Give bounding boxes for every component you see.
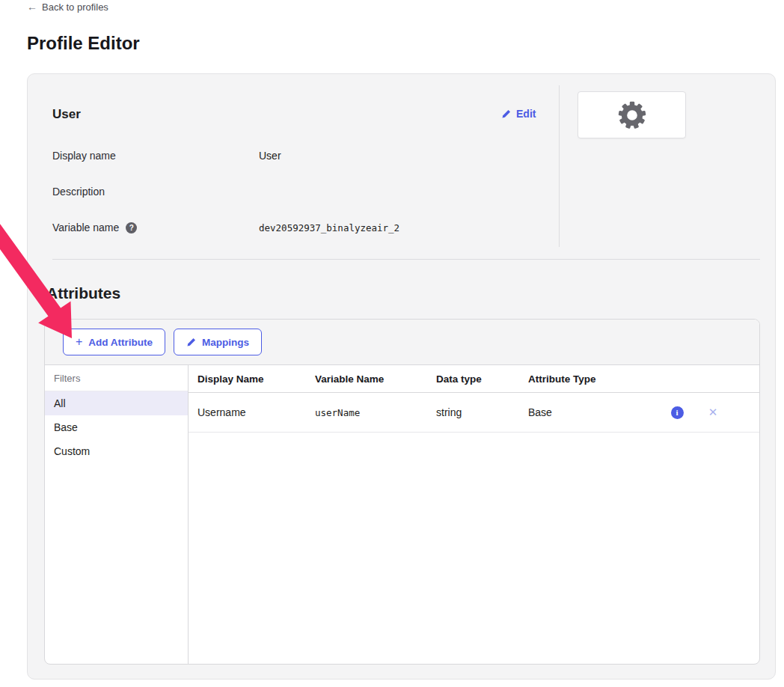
- variable-name-row: Variable name ? dev20592937_binalyzeair_…: [52, 222, 399, 233]
- column-header-variable-name: Variable Name: [315, 373, 436, 385]
- cell-variable-name: userName: [315, 407, 436, 418]
- mappings-label: Mappings: [202, 337, 249, 348]
- filter-item-custom[interactable]: Custom: [45, 439, 188, 463]
- gear-icon: [617, 100, 647, 130]
- filter-item-base[interactable]: Base: [45, 415, 188, 439]
- table-header-row: Display Name Variable Name Data type Att…: [189, 365, 759, 393]
- info-icon[interactable]: i: [671, 406, 684, 419]
- attributes-body: Filters All Base Custom Display Name Var…: [45, 365, 759, 664]
- filters-sidebar: Filters All Base Custom: [45, 365, 189, 664]
- table-row: Username userName string Base i ✕: [189, 393, 759, 433]
- attributes-panel: + Add Attribute Mappings Filters All Bas…: [44, 319, 760, 665]
- description-row: Description: [52, 186, 399, 198]
- variable-name-label: Variable name ?: [52, 222, 259, 233]
- add-attribute-label: Add Attribute: [88, 337, 153, 348]
- help-icon[interactable]: ?: [126, 222, 137, 233]
- attributes-table: Display Name Variable Name Data type Att…: [189, 365, 759, 664]
- description-label: Description: [52, 186, 259, 198]
- variable-name-label-text: Variable name: [52, 222, 119, 233]
- back-link-label: Back to profiles: [42, 1, 108, 13]
- user-fields: Display name User Description Variable n…: [52, 150, 399, 257]
- profile-type-icon-box: [578, 91, 686, 138]
- edit-button-label: Edit: [516, 108, 536, 120]
- vertical-divider: [559, 85, 560, 247]
- back-to-profiles-link[interactable]: ← Back to profiles: [27, 1, 108, 13]
- edit-pencil-icon: [501, 109, 511, 119]
- display-name-value: User: [259, 150, 281, 162]
- mappings-pencil-icon: [186, 338, 196, 347]
- cell-data-type: string: [436, 406, 528, 418]
- column-header-attribute-type: Attribute Type: [528, 373, 759, 385]
- cell-display-name: Username: [197, 406, 315, 418]
- back-arrow-icon: ←: [27, 1, 37, 13]
- plus-icon: +: [76, 336, 82, 348]
- display-name-row: Display name User: [52, 150, 399, 162]
- display-name-label-text: Display name: [52, 150, 116, 162]
- mappings-button[interactable]: Mappings: [174, 329, 262, 355]
- column-header-data-type: Data type: [436, 373, 528, 385]
- display-name-label: Display name: [52, 150, 259, 162]
- attributes-toolbar: + Add Attribute Mappings: [45, 320, 759, 365]
- edit-button[interactable]: Edit: [501, 108, 536, 120]
- filter-item-all[interactable]: All: [45, 391, 188, 415]
- variable-name-value: dev20592937_binalyzeair_2: [259, 222, 399, 233]
- delete-attribute-icon[interactable]: ✕: [708, 406, 718, 419]
- user-section-title: User: [52, 107, 81, 122]
- page-title: Profile Editor: [27, 33, 140, 54]
- filters-title: Filters: [45, 365, 188, 391]
- add-attribute-button[interactable]: + Add Attribute: [63, 329, 165, 355]
- horizontal-divider: [52, 259, 760, 260]
- column-header-display-name: Display Name: [197, 373, 315, 385]
- cell-attribute-type: Base: [528, 406, 659, 418]
- attributes-section-title: Attributes: [46, 284, 120, 302]
- description-label-text: Description: [52, 186, 105, 198]
- profile-editor-card: User Edit Display name: [27, 73, 776, 680]
